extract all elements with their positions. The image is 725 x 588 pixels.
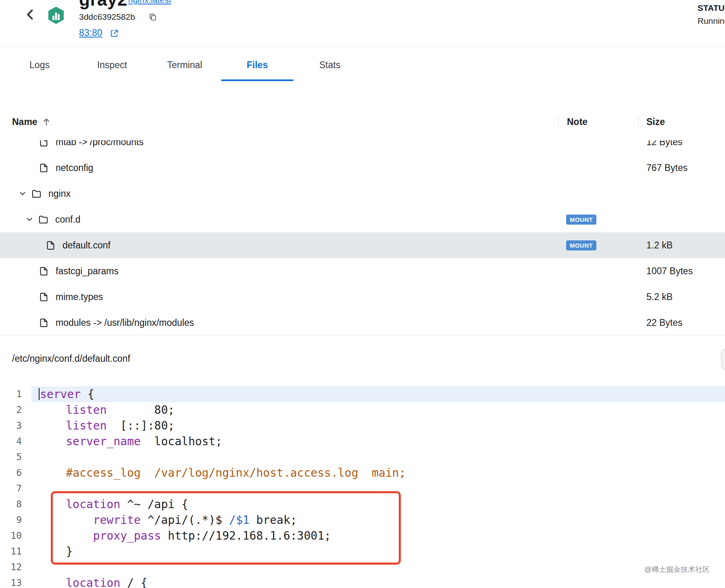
column-header-name[interactable]: Name	[0, 117, 558, 127]
code-line[interactable]: 7	[0, 481, 725, 496]
table-row[interactable]: fastcgi_params1007 Bytes	[0, 258, 725, 284]
chevron-down-icon[interactable]	[18, 189, 27, 198]
file-name: conf.d	[55, 214, 81, 225]
table-row[interactable]: default.confMOUNT1.2 kB	[0, 232, 725, 258]
line-number: 4	[0, 434, 31, 449]
file-size: 12 Bytes	[638, 140, 725, 148]
folder-icon	[38, 214, 49, 225]
file-size: 5.2 kB	[638, 292, 725, 302]
line-number: 9	[0, 512, 31, 528]
file-name: modules -> /usr/lib/nginx/modules	[56, 317, 194, 328]
file-icon	[38, 317, 49, 328]
code-line[interactable]: 10 proxy_pass http://192.168.1.6:3001;	[0, 528, 725, 544]
file-table-body: mtab -> /proc/mounts12 Bytesnetconfig767…	[0, 140, 725, 335]
file-name: mime.types	[56, 292, 103, 302]
copy-icon[interactable]	[148, 13, 157, 21]
code-text	[31, 559, 725, 575]
table-row[interactable]: mime.types5.2 kB	[0, 284, 725, 310]
line-number: 12	[0, 559, 31, 575]
line-number: 11	[0, 544, 31, 559]
container-files-page: gray2 nginx:latest 3ddc6392582b 83:80 ST…	[0, 0, 725, 588]
table-row[interactable]: netconfig767 Bytes	[0, 155, 725, 181]
file-size: 22 Bytes	[638, 317, 725, 328]
code-text: }	[31, 544, 725, 559]
column-separator	[558, 116, 558, 127]
line-number: 5	[0, 449, 31, 465]
sort-ascending-icon	[42, 117, 51, 127]
code-line[interactable]: 12	[0, 559, 725, 575]
column-header-note: Note	[558, 117, 638, 127]
chevron-down-icon[interactable]	[25, 215, 34, 224]
line-number: 1	[0, 386, 31, 402]
tab-logs[interactable]: Logs	[3, 46, 76, 83]
name-column-label: Name	[12, 117, 38, 127]
line-number: 2	[0, 402, 31, 418]
code-text: location / {	[31, 575, 725, 588]
file-size: 1.2 kB	[638, 240, 725, 251]
code-text	[31, 449, 725, 465]
line-number: 10	[0, 528, 31, 544]
file-size: 767 Bytes	[638, 163, 725, 173]
code-line[interactable]: 4 server_name localhost;	[0, 434, 725, 449]
file-table-header: Name Note Size	[0, 109, 725, 135]
file-name: nginx	[48, 188, 71, 199]
file-path-bar: /etc/nginx/conf.d/default.conf	[0, 336, 725, 385]
status-block: STATUS Running	[698, 3, 725, 26]
table-row[interactable]: nginx	[0, 181, 725, 206]
image-tag-link[interactable]: nginx:latest	[128, 0, 171, 5]
tab-terminal[interactable]: Terminal	[148, 46, 221, 83]
code-text: #access_log /var/log/nginx/host.access.l…	[31, 465, 725, 481]
line-number: 8	[0, 496, 31, 512]
code-line[interactable]: 11 }	[0, 544, 725, 559]
table-row[interactable]: conf.dMOUNT	[0, 206, 725, 232]
code-line[interactable]: 9 rewrite ^/api/(.*)$ /$1 break;	[0, 512, 725, 528]
code-line[interactable]: 13 location / {	[0, 575, 725, 588]
container-name: gray2	[79, 0, 127, 10]
code-line[interactable]: 5	[0, 449, 725, 465]
file-name: fastcgi_params	[56, 266, 119, 277]
container-id: 3ddc6392582b	[79, 12, 135, 22]
table-row[interactable]: modules -> /usr/lib/nginx/modules22 Byte…	[0, 310, 725, 335]
code-line[interactable]: 2 listen 80;	[0, 402, 725, 418]
file-icon	[45, 240, 56, 251]
status-label: STATUS	[698, 3, 725, 13]
code-line[interactable]: 1server {	[0, 386, 725, 402]
external-link-icon[interactable]	[110, 29, 119, 38]
tab-inspect[interactable]: Inspect	[76, 46, 148, 83]
chevron-left-icon	[23, 7, 38, 22]
container-header: gray2 nginx:latest 3ddc6392582b 83:80 ST…	[0, 0, 725, 46]
status-value: Running	[698, 16, 725, 26]
column-separator	[638, 116, 639, 127]
code-line[interactable]: 8 location ^~ /api {	[0, 496, 725, 512]
code-text: listen [::]:80;	[31, 418, 725, 434]
file-icon	[38, 292, 49, 302]
code-line[interactable]: 3 listen [::]:80;	[0, 418, 725, 434]
file-name: default.conf	[62, 240, 110, 251]
tab-stats[interactable]: Stats	[294, 46, 366, 83]
tab-files[interactable]: Files	[221, 46, 294, 83]
file-path: /etc/nginx/conf.d/default.conf	[12, 353, 130, 364]
table-row[interactable]: mtab -> /proc/mounts12 Bytes	[0, 140, 725, 155]
mount-badge: MOUNT	[566, 215, 596, 225]
code-text: proxy_pass http://192.168.1.6:3001;	[31, 528, 725, 544]
file-size: 1007 Bytes	[638, 266, 725, 277]
column-header-size: Size	[638, 117, 725, 127]
file-icon	[38, 266, 49, 277]
code-line[interactable]: 6 #access_log /var/log/nginx/host.access…	[0, 465, 725, 481]
mount-badge: MOUNT	[566, 240, 596, 250]
file-icon	[38, 140, 49, 148]
file-name: netconfig	[56, 163, 93, 173]
code-text: location ^~ /api {	[31, 496, 725, 512]
text-cursor	[39, 388, 40, 400]
port-mapping-link[interactable]: 83:80	[79, 27, 102, 38]
line-number: 6	[0, 465, 31, 481]
code-editor[interactable]: 1server {2 listen 80;3 listen [::]:80;4 …	[0, 385, 725, 588]
folder-icon	[31, 188, 42, 199]
scrollbar-thumb[interactable]	[721, 349, 725, 369]
code-text: server {	[31, 386, 725, 402]
watermark: @稀土掘金技术社区	[644, 565, 710, 574]
code-text: listen 80;	[31, 402, 725, 418]
line-number: 3	[0, 418, 31, 434]
line-number: 13	[0, 575, 31, 588]
back-button[interactable]	[22, 6, 38, 23]
